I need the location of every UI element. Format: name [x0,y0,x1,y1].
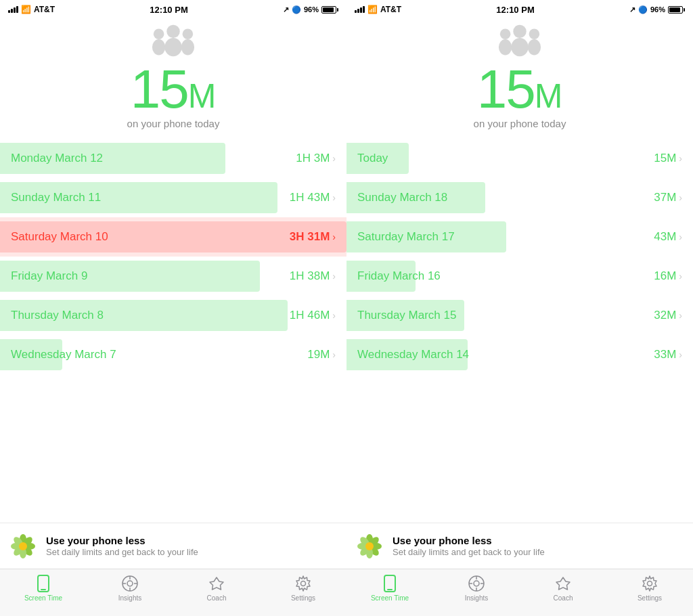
big-time-display-right: 15 M [477,61,563,116]
tab-bar-right: Screen Time Insights Coach [346,569,693,616]
tab-label-coach-left: Coach [207,594,227,602]
coach-subtitle-right: Set daily limits and get back to your li… [393,547,545,557]
day-value-3: 1H 38M [290,269,330,283]
tab-screen-time-left[interactable]: Screen Time [0,575,87,602]
svg-point-25 [301,581,306,586]
header-right: 15 M on your phone today [346,19,693,139]
battery-icon-right [668,6,685,14]
right-phone-screen: 📶 AT&T 12:10 PM ↗ 🔵 96% [346,0,693,616]
chevron-0: › [332,153,336,164]
chevron-4: › [332,310,336,321]
flower-icon-left [8,531,38,561]
tab-coach-right[interactable]: Coach [520,575,606,602]
coach-text-left: Use your phone less Set daily limits and… [46,535,198,557]
day-row-r5[interactable]: Wednesday March 14 33M › [346,335,693,374]
day-value-r1: 37M [654,191,676,204]
day-label-r5: Wednesday March 14 [357,348,654,361]
subtitle-left: on your phone today [127,118,220,129]
subtitle-right: on your phone today [474,118,566,129]
svg-point-26 [500,29,511,40]
day-label-r2: Saturday March 17 [357,230,654,244]
day-row-2[interactable]: Saturday March 10 3H 31M › [0,217,346,257]
day-row-r2[interactable]: Saturday March 17 43M › [346,217,693,257]
svg-point-28 [513,25,526,38]
day-row-r4[interactable]: Thursday March 15 32M › [346,296,693,335]
tab-insights-right[interactable]: Insights [433,575,520,602]
header-left: 15 M on your phone today [0,19,346,139]
day-label-0: Monday March 12 [11,152,296,165]
day-value-r2: 43M [654,230,676,244]
svg-point-1 [152,39,165,55]
location-icon: ↗ [283,5,289,14]
status-right: ↗ 🔵 96% [283,5,338,14]
signal-icon [8,6,18,13]
chevron-r5: › [679,349,682,360]
day-row-4[interactable]: Thursday March 8 1H 46M › [0,296,346,335]
chevron-1: › [332,192,336,203]
time-label-right: 12:10 PM [496,5,534,15]
signal-icon-right [355,6,365,13]
day-value-r5: 33M [654,348,676,361]
svg-point-2 [166,25,179,38]
svg-point-49 [648,581,652,586]
day-value-r0: 15M [654,152,676,165]
day-list-left: Monday March 12 1H 3M › Sunday March 11 … [0,139,346,523]
status-bar-right: 📶 AT&T 12:10 PM ↗ 🔵 96% [346,0,693,19]
tab-settings-right[interactable]: Settings [606,575,693,602]
tab-insights-left[interactable]: Insights [87,575,173,602]
tab-label-settings-left: Settings [291,594,315,602]
coach-icon-right [554,575,572,592]
svg-point-4 [183,29,194,40]
wifi-icon: 📶 [21,5,31,14]
tab-label-insights-right: Insights [465,594,488,602]
insights-icon-right [468,575,485,592]
day-row-0[interactable]: Monday March 12 1H 3M › [0,139,346,178]
big-number-left: 15 [131,62,188,116]
day-row-5[interactable]: Wednesday March 7 19M › [0,335,346,374]
coach-icon-left [208,575,225,592]
time-label: 12:10 PM [150,5,187,15]
day-label-1: Sunday March 11 [11,191,290,204]
tab-label-insights-left: Insights [118,594,141,602]
day-value-5: 19M [307,348,330,361]
day-row-r0[interactable]: Today 15M › [346,139,693,178]
bluetooth-icon-right: 🔵 [638,5,648,14]
flower-icon-right [355,531,384,561]
tab-screen-time-right[interactable]: Screen Time [346,575,433,602]
chevron-3: › [332,271,336,282]
coach-banner-right[interactable]: Use your phone less Set daily limits and… [346,523,693,569]
status-right-right: ↗ 🔵 96% [629,5,685,14]
day-label-4: Thursday March 8 [11,309,290,322]
tab-label-settings-right: Settings [638,594,662,602]
svg-rect-18 [41,589,46,590]
day-row-r1[interactable]: Sunday March 18 37M › [346,178,693,217]
coach-title-left: Use your phone less [46,535,198,546]
day-row-1[interactable]: Sunday March 11 1H 43M › [0,178,346,217]
day-label-r3: Friday March 16 [357,269,654,283]
chevron-r1: › [679,192,682,203]
insights-icon-left [121,575,139,592]
day-label-3: Friday March 9 [11,269,290,283]
coach-title-right: Use your phone less [393,535,545,546]
coach-banner-left[interactable]: Use your phone less Set daily limits and… [0,523,346,569]
big-time-display: 15 M [131,61,217,116]
big-unit-left: M [188,76,217,116]
chevron-r2: › [679,232,682,242]
tab-settings-left[interactable]: Settings [260,575,346,602]
svg-point-40 [365,542,374,550]
day-value-4: 1H 46M [290,309,330,322]
day-row-3[interactable]: Friday March 9 1H 38M › [0,257,346,296]
status-left-right: 📶 AT&T [355,5,401,14]
day-row-r3[interactable]: Friday March 16 16M › [346,257,693,296]
svg-point-20 [127,581,133,586]
settings-icon-right [641,575,658,592]
coach-text-right: Use your phone less Set daily limits and… [393,535,545,557]
svg-point-3 [164,38,181,56]
bluetooth-icon: 🔵 [292,5,301,14]
left-phone-screen: 📶 AT&T 12:10 PM ↗ 🔵 96% [0,0,346,616]
big-unit-right: M [535,76,563,116]
tab-coach-left[interactable]: Coach [173,575,260,602]
carrier-label: AT&T [34,5,55,14]
chevron-r3: › [679,271,682,282]
chevron-2: › [332,232,336,242]
